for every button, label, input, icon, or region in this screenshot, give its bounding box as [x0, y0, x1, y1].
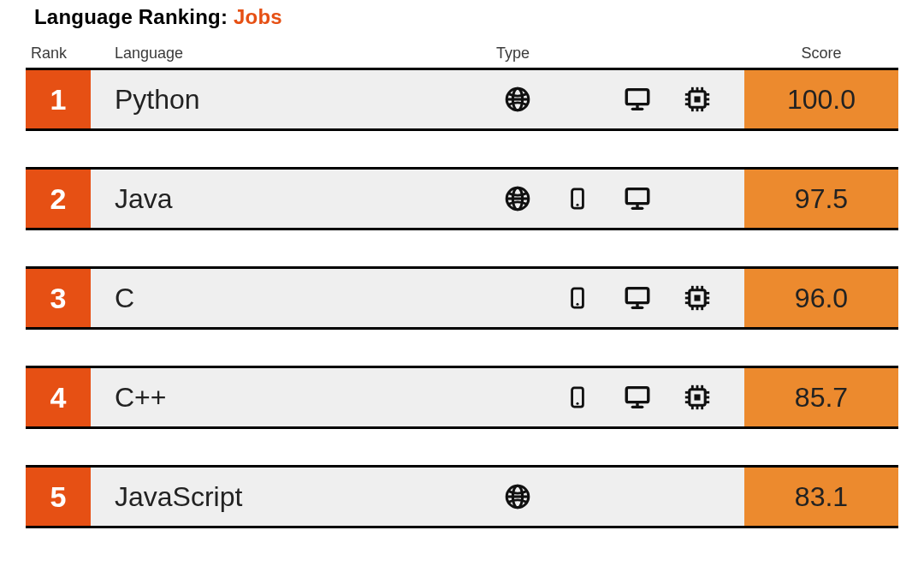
mobile-icon — [566, 184, 589, 213]
embedded-icon — [683, 383, 712, 412]
web-icon — [503, 482, 532, 511]
type-cell — [488, 70, 744, 128]
table-row: 2Java 97.5 — [26, 167, 898, 230]
header-rank: Rank — [26, 45, 108, 63]
type-slot-embedded — [667, 383, 727, 412]
score-cell: 96.0 — [744, 269, 898, 327]
web-icon — [503, 85, 532, 114]
type-slot-embedded — [667, 283, 727, 313]
score-cell: 100.0 — [744, 70, 898, 128]
svg-rect-49 — [626, 388, 649, 402]
mobile-icon — [566, 283, 589, 313]
mobile-icon — [566, 383, 589, 412]
desktop-icon — [621, 85, 654, 114]
svg-rect-53 — [694, 394, 700, 400]
page-title: Language Ranking: Jobs — [34, 5, 898, 29]
header-language: Language — [108, 45, 474, 63]
header-score: Score — [753, 45, 898, 63]
title-prefix: Language Ranking: — [34, 5, 228, 28]
desktop-icon — [621, 383, 654, 412]
type-slot-embedded — [667, 85, 727, 114]
type-slot-desktop — [607, 85, 667, 114]
language-cell: C — [91, 269, 488, 327]
language-cell: JavaScript — [91, 468, 488, 526]
svg-rect-3 — [626, 90, 649, 104]
type-cell — [488, 468, 744, 526]
type-slot-web — [488, 184, 548, 213]
embedded-icon — [683, 85, 712, 114]
table-row: 5JavaScript 83.1 — [26, 465, 898, 528]
svg-point-29 — [576, 303, 578, 306]
language-ranking-page: Language Ranking: Jobs Rank Language Typ… — [0, 0, 924, 572]
type-slot-web — [488, 482, 548, 511]
language-cell: Python — [91, 70, 488, 128]
score-cell: 85.7 — [744, 368, 898, 426]
rank-cell: 3 — [26, 269, 91, 327]
type-slot-mobile — [548, 383, 607, 412]
type-cell — [488, 170, 744, 228]
svg-point-24 — [576, 204, 578, 206]
svg-point-48 — [576, 402, 578, 405]
column-headers: Rank Language Type Score — [26, 45, 898, 68]
table-row: 4C++ 85.7 — [26, 366, 898, 429]
rank-cell: 2 — [26, 170, 91, 228]
type-slot-desktop — [607, 383, 667, 412]
type-cell — [488, 368, 744, 426]
svg-rect-25 — [626, 189, 649, 204]
type-slot-mobile — [548, 283, 607, 313]
table-row: 1Python 100.0 — [26, 68, 898, 131]
type-slot-desktop — [607, 184, 667, 213]
web-icon — [503, 184, 532, 213]
language-cell: Java — [91, 170, 488, 228]
embedded-icon — [683, 283, 712, 313]
rank-cell: 4 — [26, 368, 91, 426]
desktop-icon — [621, 184, 654, 213]
svg-rect-30 — [626, 289, 649, 303]
desktop-icon — [621, 283, 654, 313]
header-type: Type — [474, 45, 753, 63]
rank-cell: 5 — [26, 468, 91, 526]
score-cell: 97.5 — [744, 170, 898, 228]
type-slot-desktop — [607, 283, 667, 313]
ranking-rows: 1Python 100.02Java — [26, 68, 898, 528]
svg-rect-7 — [694, 96, 700, 102]
score-cell: 83.1 — [744, 468, 898, 526]
table-row: 3C 96.0 — [26, 266, 898, 330]
type-slot-web — [488, 85, 548, 114]
rank-cell: 1 — [26, 70, 91, 128]
type-slot-mobile — [548, 184, 607, 213]
type-cell — [488, 269, 744, 327]
svg-rect-34 — [694, 295, 700, 301]
title-accent: Jobs — [234, 5, 282, 28]
language-cell: C++ — [91, 368, 488, 426]
